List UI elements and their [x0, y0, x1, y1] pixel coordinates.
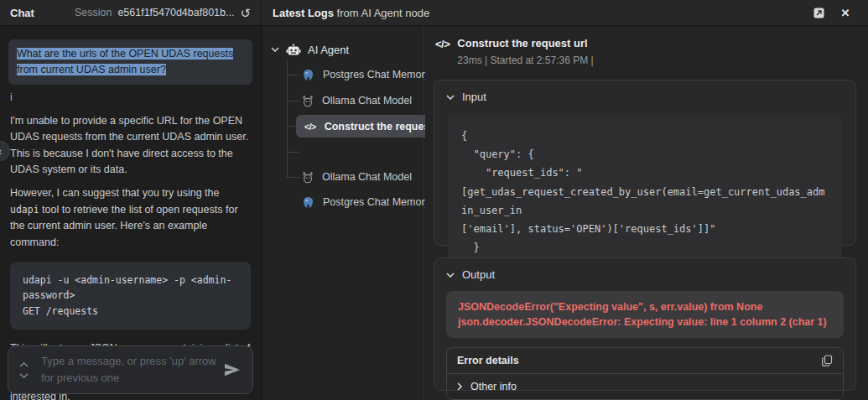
tree-node-postgres-chat-memory-2[interactable]: Postgres Chat Memory [302, 193, 430, 211]
copy-icon[interactable] [822, 355, 833, 366]
chevron-left-icon: ‹ [0, 145, 2, 158]
error-line-2: json.decoder.JSONDecodeError: Expecting … [458, 314, 832, 330]
postgres-icon [302, 69, 314, 81]
session-label: Session [75, 7, 112, 18]
error-line-1: JSONDecodeError("Expecting value", s, er… [458, 299, 832, 314]
chat-panel: What are the urls of the OPEN UDAS reque… [0, 26, 262, 400]
session-info: Session e561f1f5470d4baf801b... ↺ [75, 7, 251, 19]
history-stepper [19, 362, 29, 378]
pop-out-icon[interactable] [812, 6, 825, 19]
tree-node-ollama-chat-model-2[interactable]: Ollama Chat Model [302, 168, 412, 186]
chevron-right-icon [457, 382, 462, 391]
tree-node-label: Ollama Chat Model [322, 95, 412, 106]
chat-code-block[interactable]: udapi -u <admin-username> -p <admin-pass… [10, 262, 251, 330]
top-bar: Chat Session e561f1f5470d4baf801b... ↺ L… [0, 0, 868, 26]
chat-input-placeholder: Type a message, or press 'up' arrow for … [41, 353, 216, 387]
session-reset-icon[interactable]: ↺ [240, 7, 251, 19]
node-meta: 23ms | Started at 2:57:36 PM | [457, 55, 593, 66]
tree-connector-line [287, 60, 288, 177]
tree-node-ollama-chat-model[interactable]: Ollama Chat Model [302, 91, 412, 110]
user-message[interactable]: What are the urls of the OPEN UDAS reque… [8, 39, 252, 85]
code-icon: </> [304, 122, 316, 132]
chat-title: Chat [10, 7, 34, 19]
error-message: JSONDecodeError("Expecting value", s, er… [446, 291, 844, 338]
logs-title: Latest Logs from AI Agent node [273, 7, 429, 19]
chevron-down-icon [446, 95, 455, 100]
chat-message-list[interactable]: What are the urls of the OPEN UDAS reque… [0, 26, 261, 400]
tree-node-label: Postgres Chat Memory [323, 196, 430, 208]
chevron-down-icon [271, 47, 279, 52]
other-info-toggle[interactable]: Other info [447, 374, 843, 399]
tree-node-label: Postgres Chat Memory [323, 69, 430, 81]
input-section-toggle[interactable]: Input [434, 81, 855, 108]
code-icon: </> [435, 38, 450, 66]
chevron-down-icon[interactable] [19, 373, 29, 378]
input-section: Input { "query": { "request_ids": " [get… [434, 80, 856, 246]
error-details-header: Error details [447, 348, 843, 374]
chevron-down-icon [446, 273, 455, 278]
error-details-card: Error details Other info [446, 347, 844, 400]
logs-panel-header: Latest Logs from AI Agent node ✕ [262, 0, 868, 25]
bot-paragraph-2: However, I can suggest that you try usin… [10, 185, 251, 251]
input-section-label: Input [462, 91, 486, 103]
logs-tree-panel: AI Agent Postgres Chat Memory Ollama Cha… [262, 26, 424, 400]
user-message-selected-text: What are the urls of the OPEN UDAS reque… [17, 48, 233, 75]
tree-node-postgres-chat-memory[interactable]: Postgres Chat Memory [302, 65, 430, 84]
output-section-label: Output [462, 268, 495, 281]
tree-node-label: AI Agent [308, 44, 349, 56]
log-detail-panel: </> Construct the request url 23ms | Sta… [425, 26, 868, 400]
output-section: Output JSONDecodeError("Expecting value"… [434, 257, 856, 391]
bot-message-prefix: i [10, 90, 251, 106]
tree-node-ai-agent[interactable]: AI Agent [271, 39, 349, 60]
tree-node-label: Ollama Chat Model [322, 171, 412, 183]
ollama-icon [302, 95, 314, 107]
node-title: Construct the request url [457, 37, 593, 49]
node-header: </> Construct the request url 23ms | Sta… [435, 37, 594, 66]
postgres-icon [302, 196, 314, 209]
session-id[interactable]: e561f1f5470d4baf801b... [117, 7, 234, 18]
send-icon[interactable] [223, 362, 242, 377]
bot-paragraph-1: I'm unable to provide a specific URL for… [10, 113, 251, 179]
chat-message-input[interactable]: Type a message, or press 'up' arrow for … [8, 345, 253, 394]
chat-panel-header: Chat Session e561f1f5470d4baf801b... ↺ [0, 0, 262, 25]
inline-code-udapi: udapi [10, 204, 39, 216]
chevron-up-icon[interactable] [19, 362, 29, 367]
close-icon[interactable]: ✕ [839, 6, 852, 19]
error-details-label: Error details [457, 355, 519, 366]
other-info-label: Other info [470, 381, 517, 392]
output-section-toggle[interactable]: Output [434, 258, 855, 286]
ollama-icon [302, 171, 314, 184]
app-window: Chat Session e561f1f5470d4baf801b... ↺ L… [0, 0, 868, 400]
robot-icon [286, 44, 301, 56]
